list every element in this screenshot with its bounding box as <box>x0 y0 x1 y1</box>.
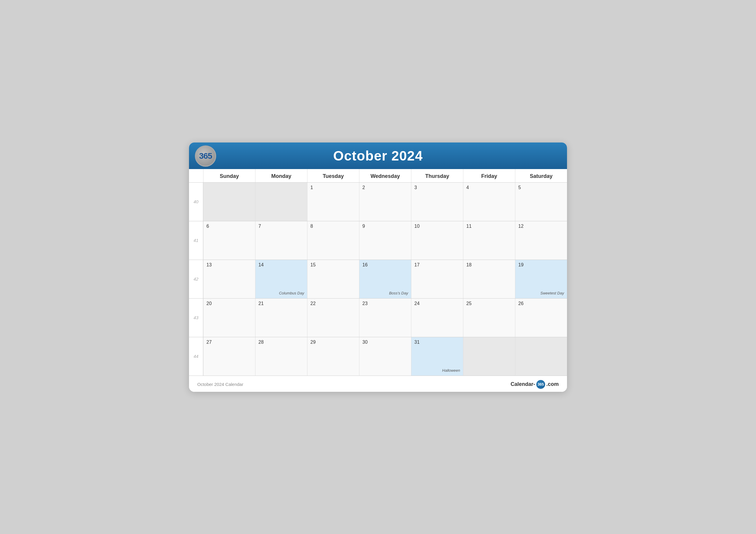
cal-cell-w2-d7[interactable]: 12 <box>515 221 567 260</box>
cal-cell-w5-d7[interactable] <box>515 337 567 375</box>
cal-cell-w3-d5[interactable]: 17 <box>411 260 463 298</box>
cal-cell-w2-d3[interactable]: 8 <box>307 221 359 260</box>
cal-cell-w4-d2[interactable]: 21 <box>255 298 307 337</box>
day-num-w3-d2: 14 <box>258 262 304 267</box>
cal-cell-w5-d6[interactable] <box>463 337 515 375</box>
day-num-w5-d1: 27 <box>206 340 252 345</box>
cal-cell-w1-d1[interactable] <box>203 183 255 221</box>
week-num-3: 42 <box>189 260 203 298</box>
day-num-w3-d3: 15 <box>310 262 356 267</box>
week-row-3: 421314Columbus Day1516Boss's Day171819Sw… <box>189 260 567 298</box>
day-num-w2-d6: 11 <box>466 224 512 229</box>
footer-brand: Calendar- 365 .com <box>511 380 559 389</box>
cal-cell-w1-d6[interactable]: 4 <box>463 183 515 221</box>
day-num-w3-d4: 16 <box>362 262 408 267</box>
cal-cell-w4-d5[interactable]: 24 <box>411 298 463 337</box>
cal-cell-w2-d6[interactable]: 11 <box>463 221 515 260</box>
cal-cell-w2-d2[interactable]: 7 <box>255 221 307 260</box>
day-num-w1-d7: 5 <box>518 185 564 190</box>
day-num-w4-d5: 24 <box>414 301 460 306</box>
cal-cell-w2-d4[interactable]: 9 <box>359 221 411 260</box>
calendar-footer: October 2024 Calendar Calendar- 365 .com <box>189 376 567 392</box>
event-w3-d7: Sweetest Day <box>540 291 564 295</box>
footer-brand-com: .com <box>546 381 559 387</box>
cal-cell-w1-d2[interactable] <box>255 183 307 221</box>
cal-cell-w5-d2[interactable]: 28 <box>255 337 307 375</box>
cal-cell-w3-d3[interactable]: 15 <box>307 260 359 298</box>
day-num-w5-d4: 30 <box>362 340 408 345</box>
cal-cell-w2-d1[interactable]: 6 <box>203 221 255 260</box>
day-num-w1-d4: 2 <box>362 185 408 190</box>
event-w3-d4: Boss's Day <box>389 291 408 295</box>
day-header-saturday: Saturday <box>515 169 567 182</box>
day-num-w2-d2: 7 <box>258 224 304 229</box>
logo-circle: 365 <box>195 145 216 167</box>
day-num-w4-d6: 25 <box>466 301 512 306</box>
calendar-title: October 2024 <box>199 148 557 164</box>
day-num-w5-d2: 28 <box>258 340 304 345</box>
day-num-w4-d7: 26 <box>518 301 564 306</box>
week-num-2: 41 <box>189 221 203 260</box>
calendar-header: 365 October 2024 <box>189 142 567 169</box>
calendar-container: 365 October 2024 Sunday Monday Tuesday W… <box>189 142 567 392</box>
calendar-body: 4012345416789101112421314Columbus Day151… <box>189 183 567 376</box>
day-num-w5-d3: 29 <box>310 340 356 345</box>
day-header-monday: Monday <box>255 169 307 182</box>
cal-cell-w1-d4[interactable]: 2 <box>359 183 411 221</box>
day-num-w3-d1: 13 <box>206 262 252 267</box>
cal-cell-w5-d3[interactable]: 29 <box>307 337 359 375</box>
day-num-w4-d1: 20 <box>206 301 252 306</box>
cal-cell-w1-d3[interactable]: 1 <box>307 183 359 221</box>
day-num-w1-d6: 4 <box>466 185 512 190</box>
day-header-sunday: Sunday <box>203 169 255 182</box>
day-num-w4-d2: 21 <box>258 301 304 306</box>
day-num-w3-d6: 18 <box>466 262 512 267</box>
day-num-w2-d5: 10 <box>414 224 460 229</box>
day-header-thursday: Thursday <box>411 169 463 182</box>
day-num-w4-d3: 22 <box>310 301 356 306</box>
cal-cell-w3-d4[interactable]: 16Boss's Day <box>359 260 411 298</box>
cal-cell-w1-d7[interactable]: 5 <box>515 183 567 221</box>
cal-cell-w4-d7[interactable]: 26 <box>515 298 567 337</box>
cal-cell-w5-d1[interactable]: 27 <box>203 337 255 375</box>
day-num-w2-d1: 6 <box>206 224 252 229</box>
day-headers-row: Sunday Monday Tuesday Wednesday Thursday… <box>189 169 567 183</box>
week-row-2: 416789101112 <box>189 221 567 260</box>
day-num-w1-d3: 1 <box>310 185 356 190</box>
day-header-friday: Friday <box>463 169 515 182</box>
cal-cell-w5-d5[interactable]: 31Halloween <box>411 337 463 375</box>
week-row-1: 4012345 <box>189 183 567 221</box>
cal-cell-w4-d3[interactable]: 22 <box>307 298 359 337</box>
day-num-w2-d4: 9 <box>362 224 408 229</box>
cal-cell-w5-d4[interactable]: 30 <box>359 337 411 375</box>
footer-brand-text: Calendar- <box>511 381 535 387</box>
day-num-w3-d5: 17 <box>414 262 460 267</box>
week-num-4: 43 <box>189 298 203 337</box>
cal-cell-w4-d4[interactable]: 23 <box>359 298 411 337</box>
day-num-w5-d5: 31 <box>414 340 460 345</box>
cal-cell-w1-d5[interactable]: 3 <box>411 183 463 221</box>
cal-cell-w3-d6[interactable]: 18 <box>463 260 515 298</box>
day-num-w2-d3: 8 <box>310 224 356 229</box>
cal-cell-w4-d6[interactable]: 25 <box>463 298 515 337</box>
week-num-header-spacer <box>189 169 203 182</box>
day-num-w3-d7: 19 <box>518 262 564 267</box>
week-row-5: 442728293031Halloween <box>189 337 567 376</box>
footer-brand-circle: 365 <box>536 380 545 389</box>
day-header-tuesday: Tuesday <box>307 169 359 182</box>
cal-cell-w2-d5[interactable]: 10 <box>411 221 463 260</box>
cal-cell-w3-d2[interactable]: 14Columbus Day <box>255 260 307 298</box>
week-num-1: 40 <box>189 183 203 221</box>
week-num-5: 44 <box>189 337 203 375</box>
cal-cell-w4-d1[interactable]: 20 <box>203 298 255 337</box>
day-num-w4-d4: 23 <box>362 301 408 306</box>
footer-label: October 2024 Calendar <box>197 382 243 387</box>
cal-cell-w3-d7[interactable]: 19Sweetest Day <box>515 260 567 298</box>
cal-cell-w3-d1[interactable]: 13 <box>203 260 255 298</box>
logo-text: 365 <box>199 151 212 161</box>
day-num-w1-d5: 3 <box>414 185 460 190</box>
event-w3-d2: Columbus Day <box>279 291 304 295</box>
event-w5-d5: Halloween <box>442 368 460 373</box>
week-row-4: 4320212223242526 <box>189 298 567 337</box>
day-header-wednesday: Wednesday <box>359 169 411 182</box>
